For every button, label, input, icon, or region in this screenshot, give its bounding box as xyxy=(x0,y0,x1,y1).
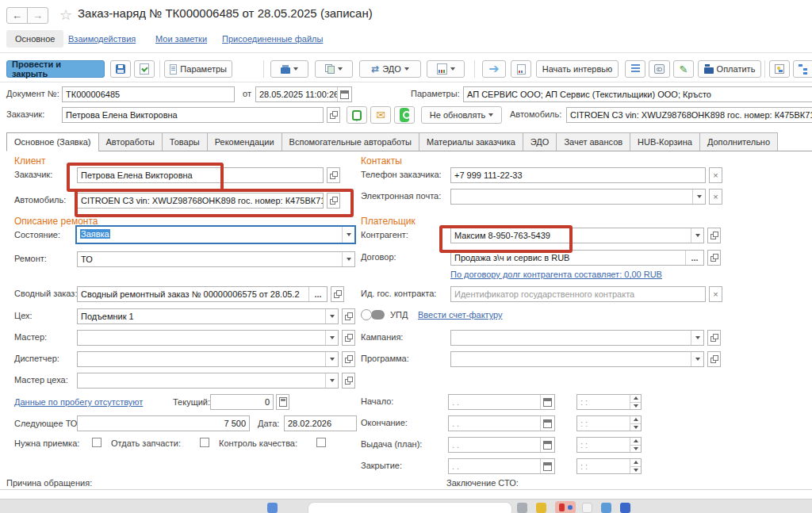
forward-button[interactable]: → xyxy=(27,7,48,24)
calendar-button[interactable] xyxy=(540,395,554,409)
state-dropdown-button[interactable] xyxy=(342,227,354,243)
issue-time-field[interactable]: : : xyxy=(576,437,642,453)
open-program-button[interactable] xyxy=(707,351,721,367)
calendar-button[interactable] xyxy=(540,416,554,431)
post-and-close-button[interactable]: Провести и закрыть xyxy=(6,60,105,78)
open-master-button[interactable] xyxy=(342,330,355,346)
repair-combo[interactable]: ТО xyxy=(77,251,355,267)
open-customer-button[interactable] xyxy=(327,107,340,123)
quality-control-checkbox[interactable] xyxy=(316,438,326,447)
shop-master-combo[interactable] xyxy=(77,373,339,389)
end-time-field[interactable]: : : xyxy=(576,415,642,431)
current-mileage-field[interactable]: 0 xyxy=(210,394,274,410)
tab-customer-materials[interactable]: Материалы заказчика xyxy=(419,132,523,151)
dock-app-icon[interactable] xyxy=(536,503,546,513)
open-shop-button[interactable] xyxy=(342,308,355,324)
dock-app-icon[interactable] xyxy=(601,503,611,513)
pay-button[interactable]: Оплатить xyxy=(698,60,761,78)
contractor-combo[interactable]: Максим 8-950-763-5439 xyxy=(450,228,704,243)
doc-datetime-field[interactable]: 28.05.2025 11:00:26 xyxy=(255,86,352,102)
next-to-field[interactable]: 7 500 xyxy=(77,415,250,431)
calendar-button[interactable] xyxy=(540,459,554,473)
edit-time-button[interactable]: ✎ xyxy=(673,60,694,78)
open-dispatcher-button[interactable] xyxy=(342,351,355,367)
tab-edo[interactable]: ЭДО xyxy=(523,132,557,151)
contract-debt-link[interactable]: По договору долг контрагента составляет:… xyxy=(450,270,662,279)
email-field[interactable] xyxy=(450,189,706,205)
time-spinner[interactable] xyxy=(630,416,641,431)
time-spinner[interactable] xyxy=(630,459,641,473)
dock-app-icon[interactable] xyxy=(267,503,278,513)
favorite-star-icon[interactable]: ☆ xyxy=(59,6,72,24)
open-shop-master-button[interactable] xyxy=(342,373,355,389)
customer-field[interactable]: Петрова Елена Викторовна xyxy=(77,167,324,183)
dock-app-icon[interactable] xyxy=(582,503,592,513)
email-dropdown-button[interactable] xyxy=(692,190,705,204)
state-combo[interactable]: Заявка xyxy=(75,225,356,244)
shop-dropdown-button[interactable] xyxy=(325,309,338,323)
open-contractor-button[interactable] xyxy=(707,228,721,243)
program-combo[interactable] xyxy=(450,351,704,367)
program-dropdown-button[interactable] xyxy=(691,352,703,366)
open-car-card-button[interactable] xyxy=(327,193,340,209)
nav-link-attachments[interactable]: Присоединенные файлы xyxy=(222,34,323,44)
car-row-field[interactable]: CITROEN C3 vin: XWUZ98768OHK898 гос. ном… xyxy=(566,107,812,123)
tab-autoworks[interactable]: Автоработы xyxy=(98,132,163,151)
car-field[interactable]: CITROEN C3 vin: XWUZ98768OHK898 гос. ном… xyxy=(77,193,324,209)
reports-dropdown-button[interactable] xyxy=(427,60,465,78)
tab-advance-offset[interactable]: Зачет авансов xyxy=(556,132,630,151)
calculator-button[interactable] xyxy=(276,394,289,410)
start-interview-button[interactable]: Начать интервью xyxy=(536,60,619,78)
report-button[interactable] xyxy=(511,60,531,78)
customer-row-field[interactable]: Петрова Елена Викторовна xyxy=(62,107,324,123)
enter-invoice-link[interactable]: Ввести счет-фактуру xyxy=(418,310,503,320)
copy-dropdown-button[interactable] xyxy=(315,60,353,78)
dock-app-icon[interactable] xyxy=(620,503,630,513)
tab-recommendations[interactable]: Рекомендации xyxy=(207,132,282,151)
master-dropdown-button[interactable] xyxy=(325,331,338,345)
next-to-date-field[interactable]: 28.02.2026 xyxy=(284,415,357,431)
open-campaign-button[interactable] xyxy=(707,330,721,346)
nav-section-main[interactable]: Основное xyxy=(6,30,63,48)
phone-field[interactable]: +7 999 111-22-33 xyxy=(450,167,706,183)
need-acceptance-checkbox[interactable] xyxy=(92,438,102,447)
parameters-button[interactable]: Параметры xyxy=(164,60,232,78)
master-combo[interactable] xyxy=(77,330,339,346)
dock-search-pill[interactable] xyxy=(308,502,512,513)
upd-toggle[interactable] xyxy=(361,309,385,320)
clear-phone-button[interactable]: × xyxy=(709,167,722,183)
open-contract-button[interactable] xyxy=(707,250,721,266)
gov-contract-field[interactable]: Идентификатор государственного контракта xyxy=(450,286,706,302)
open-summary-order-button[interactable] xyxy=(331,286,344,302)
calendar-icon[interactable] xyxy=(337,87,351,101)
open-customer-card-button[interactable] xyxy=(327,167,340,183)
campaign-dropdown-button[interactable] xyxy=(691,331,703,345)
list-button[interactable] xyxy=(625,60,645,78)
edo-dropdown-button[interactable]: ⇄ЭДО xyxy=(359,60,421,78)
photo-button[interactable] xyxy=(769,60,790,78)
chat-button[interactable] xyxy=(347,106,367,124)
email-button[interactable]: ✉ xyxy=(370,106,391,124)
nav-link-notes[interactable]: Мои заметки xyxy=(155,34,207,44)
tab-hub-cart[interactable]: HUB-Корзина xyxy=(630,132,700,151)
choose-button[interactable]: ... xyxy=(308,287,327,301)
mileage-data-link[interactable]: Данные по пробегу отсутствуют xyxy=(14,397,143,407)
dispatcher-combo[interactable] xyxy=(77,351,339,367)
shop-combo[interactable]: Подъемник 1 xyxy=(77,308,339,324)
return-parts-checkbox[interactable] xyxy=(200,438,209,447)
post-button[interactable] xyxy=(134,60,155,78)
time-spinner[interactable] xyxy=(630,438,641,452)
tab-main-request[interactable]: Основное (Заявка) xyxy=(6,132,99,151)
contractor-dropdown-button[interactable] xyxy=(691,228,703,243)
print-dropdown-button[interactable] xyxy=(270,60,308,78)
contract-field[interactable]: Продажа з\ч и сервис в RUB... xyxy=(450,250,704,266)
issue-date-field[interactable]: . . xyxy=(448,437,555,453)
clear-gov-contract-button[interactable]: × xyxy=(709,286,722,302)
dock-app-icon-highlighted[interactable] xyxy=(555,501,576,513)
dock-app-icon[interactable] xyxy=(517,503,527,513)
tab-aux-autoworks[interactable]: Вспомогательные автоработы xyxy=(282,132,419,151)
calendar-button[interactable] xyxy=(540,438,554,452)
close-time-field[interactable]: : : xyxy=(576,458,642,474)
parameters-field[interactable]: АП СЕРВИС ООО; АП Сервис (Текстильщики) … xyxy=(463,86,812,102)
doc-number-field[interactable]: ТК000006485 xyxy=(62,86,235,102)
